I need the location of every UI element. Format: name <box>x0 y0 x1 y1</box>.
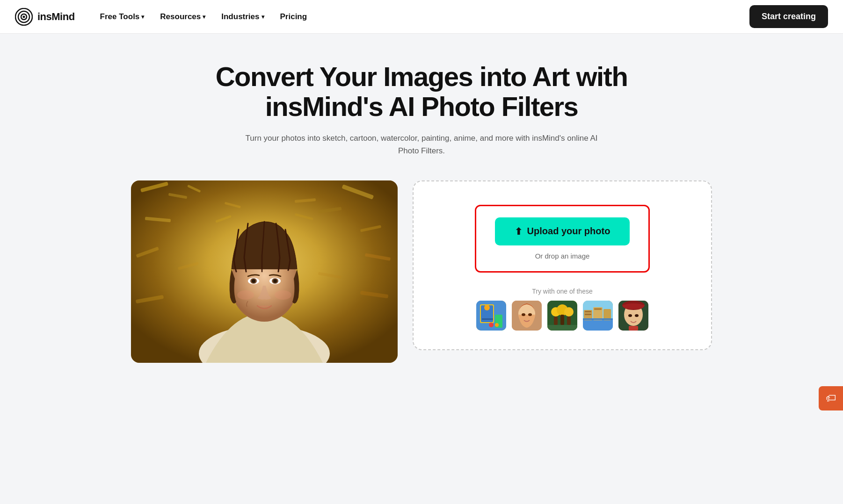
nav-links: Free Tools ▾ Resources ▾ Industries ▾ Pr… <box>94 8 749 25</box>
svg-rect-57 <box>585 314 591 315</box>
upload-panel: ⬆ Upload your photo Or drop an image Try… <box>413 180 712 350</box>
upload-zone: ⬆ Upload your photo Or drop an image <box>475 205 650 273</box>
svg-point-26 <box>273 279 277 283</box>
sample-images <box>476 301 648 331</box>
chevron-down-icon: ▾ <box>203 14 205 20</box>
hero-section: Convert Your Images into Art with insMin… <box>0 34 843 382</box>
svg-rect-52 <box>547 325 577 331</box>
sample-image-4[interactable] <box>583 301 613 331</box>
svg-rect-60 <box>594 308 602 310</box>
svg-point-66 <box>635 314 639 317</box>
svg-rect-51 <box>567 317 571 325</box>
svg-point-65 <box>628 314 632 317</box>
chevron-down-icon: ▾ <box>262 14 264 20</box>
svg-rect-49 <box>554 317 558 325</box>
nav-item-free-tools[interactable]: Free Tools ▾ <box>94 8 151 25</box>
svg-rect-56 <box>585 311 591 312</box>
floating-badge[interactable]: 🏷 <box>819 386 843 410</box>
svg-point-27 <box>237 290 254 300</box>
try-label: Try with one of these <box>532 288 592 295</box>
upload-icon: ⬆ <box>515 226 523 237</box>
svg-point-28 <box>275 290 291 300</box>
hero-title: Convert Your Images into Art with insMin… <box>211 62 632 122</box>
nav-item-pricing[interactable]: Pricing <box>274 8 314 25</box>
portrait-artwork <box>131 180 398 363</box>
hero-subtitle: Turn your photos into sketch, cartoon, w… <box>234 132 609 157</box>
svg-point-3 <box>23 15 25 18</box>
svg-rect-61 <box>583 318 613 320</box>
sample-image-5[interactable] <box>618 301 648 331</box>
nav-item-resources[interactable]: Resources ▾ <box>153 8 212 25</box>
logo[interactable]: insMind <box>15 8 75 26</box>
sample-image-2[interactable] <box>512 301 542 331</box>
sample-image-3[interactable] <box>547 301 577 331</box>
svg-rect-50 <box>560 315 564 325</box>
svg-rect-67 <box>629 326 638 331</box>
content-row: ⬆ Upload your photo Or drop an image Try… <box>99 180 744 363</box>
upload-photo-button[interactable]: ⬆ Upload your photo <box>495 217 630 245</box>
nav-item-industries[interactable]: Industries ▾ <box>215 8 270 25</box>
sample-image-1[interactable] <box>476 301 506 331</box>
svg-rect-37 <box>482 318 493 320</box>
svg-point-43 <box>522 313 525 316</box>
logo-icon <box>15 8 33 26</box>
svg-point-36 <box>484 305 490 310</box>
svg-point-40 <box>495 323 499 327</box>
hero-image <box>131 180 398 363</box>
chevron-down-icon: ▾ <box>141 14 144 20</box>
svg-point-44 <box>528 313 532 316</box>
svg-point-48 <box>564 307 574 317</box>
badge-icon: 🏷 <box>826 392 836 404</box>
svg-point-39 <box>489 323 494 327</box>
logo-text: insMind <box>37 11 75 23</box>
start-creating-button[interactable]: Start creating <box>749 5 828 28</box>
navbar: insMind Free Tools ▾ Resources ▾ Industr… <box>0 0 843 34</box>
svg-point-23 <box>252 279 255 283</box>
drop-text: Or drop an image <box>535 252 590 260</box>
